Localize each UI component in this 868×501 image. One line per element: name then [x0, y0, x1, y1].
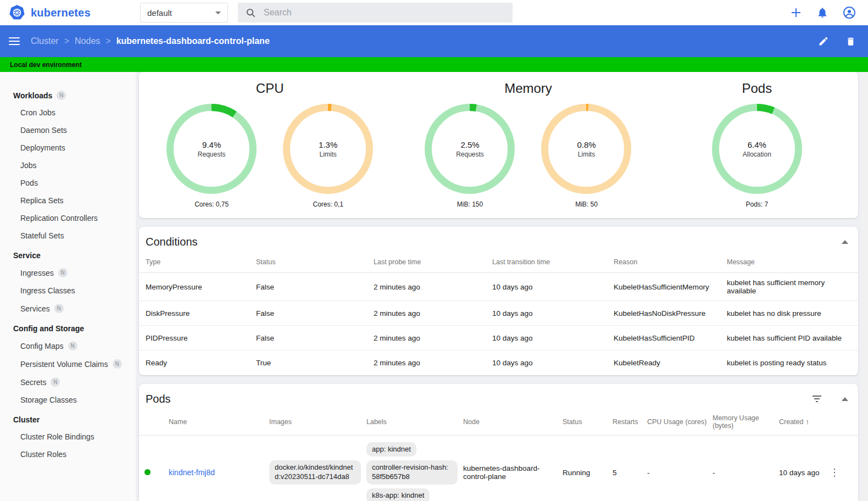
- pods-collapse-icon[interactable]: [842, 397, 848, 401]
- namespace-selector[interactable]: default: [140, 3, 228, 23]
- label-chip: controller-revision-hash: 58f5b657b8: [366, 460, 458, 485]
- sidebar-item-config-maps[interactable]: Config MapsN: [0, 337, 136, 355]
- breadcrumb-item[interactable]: Cluster: [31, 36, 59, 46]
- breadcrumb-item[interactable]: Nodes: [75, 36, 100, 46]
- more-options-icon[interactable]: ⋮: [830, 467, 839, 477]
- pods-column-header: Restarts: [613, 409, 647, 436]
- donut-chart: 0.8%Limits: [541, 104, 631, 194]
- donut-label: Limits: [578, 151, 595, 158]
- sidebar-item-label: Deployments: [20, 143, 65, 152]
- sidebar-item-label: Daemon Sets: [20, 126, 67, 135]
- label-chip: k8s-app: kindnet: [366, 488, 430, 501]
- sidebar-item-replica-sets[interactable]: Replica Sets: [0, 192, 136, 209]
- sidebar-item-label: Cluster Roles: [20, 450, 66, 459]
- sidebar-item-label: Cron Jobs: [20, 108, 55, 117]
- conditions-cell: 10 days ago: [492, 326, 614, 350]
- gauge-group-title: Memory: [504, 77, 552, 104]
- sidebar-item-cron-jobs[interactable]: Cron Jobs: [0, 104, 136, 121]
- gauge-row: 9.4%RequestsCores: 0,751.3%LimitsCores: …: [166, 104, 373, 208]
- sidebar-item-pods[interactable]: Pods: [0, 174, 136, 192]
- pod-node-cell: kubernetes-dashboard-control-plane: [463, 435, 563, 501]
- add-resource-button[interactable]: [790, 7, 802, 19]
- account-button[interactable]: [843, 6, 856, 19]
- edit-button[interactable]: [818, 36, 829, 47]
- pod-name-link[interactable]: kindnet-fmj8d: [169, 468, 215, 477]
- sidebar-item-services[interactable]: ServicesN: [0, 299, 136, 318]
- chevron-down-icon: [215, 12, 221, 14]
- brand-title: kubernetes: [31, 7, 91, 19]
- gauge-group-title: CPU: [256, 77, 284, 104]
- sidebar-item-cluster-role-bindings[interactable]: Cluster Role Bindings: [0, 428, 136, 446]
- donut-gauge-requests: 9.4%RequestsCores: 0,75: [166, 104, 257, 208]
- conditions-cell: 10 days ago: [492, 273, 614, 301]
- pods-title: Pods: [146, 393, 171, 405]
- pods-table: NameImagesLabelsNodeStatusRestartsCPU Us…: [139, 409, 858, 501]
- kubernetes-logo-icon: [9, 4, 25, 21]
- filter-button[interactable]: [812, 395, 822, 403]
- namespace-value: default: [147, 8, 172, 18]
- gauge-group-pods: Pods6.4%AllocationPods: 7: [658, 77, 856, 208]
- sidebar-section-label: Cluster: [13, 415, 40, 424]
- table-row: kindnet-fmj8ddocker.io/kindest/kindnetd:…: [139, 435, 858, 501]
- sidebar-item-stateful-sets[interactable]: Stateful Sets: [0, 227, 136, 244]
- conditions-cell: 10 days ago: [492, 301, 614, 326]
- sidebar-item-label: Services: [20, 304, 50, 313]
- sidebar-item-cluster-roles[interactable]: Cluster Roles: [0, 446, 136, 463]
- sidebar-section-header: Cluster: [0, 409, 136, 428]
- sort-ascending-icon: ↑: [805, 417, 809, 426]
- sidebar-item-secrets[interactable]: SecretsN: [0, 373, 136, 391]
- plus-icon: [790, 7, 802, 19]
- donut-center-text: 1.3%Limits: [283, 104, 373, 194]
- notifications-button[interactable]: [816, 7, 828, 19]
- sidebar-item-persistent-volume-claims[interactable]: Persistent Volume ClaimsN: [0, 355, 136, 373]
- sidebar-item-label: Stateful Sets: [20, 231, 64, 240]
- conditions-column-header: Type: [139, 252, 256, 273]
- vertical-scrollbar[interactable]: [861, 72, 868, 501]
- conditions-cell: MemoryPressure: [139, 273, 256, 301]
- pod-created-cell: 10 days ago: [779, 435, 830, 501]
- sidebar-item-label: Ingress Classes: [20, 286, 75, 295]
- sidebar-item-label: Config Maps: [20, 342, 64, 350]
- new-badge: N: [113, 359, 122, 369]
- conditions-cell: True: [256, 350, 374, 375]
- sidebar-item-storage-classes[interactable]: Storage Classes: [0, 391, 136, 409]
- sidebar-item-replication-controllers[interactable]: Replication Controllers: [0, 209, 136, 227]
- conditions-cell: 10 days ago: [492, 350, 614, 375]
- donut-gauge-allocation: 6.4%AllocationPods: 7: [712, 104, 802, 208]
- table-row: MemoryPressureFalse2 minutes ago10 days …: [139, 273, 858, 301]
- pod-status-text-cell: Running: [563, 435, 613, 501]
- sidebar-section-header: Config and Storage: [0, 318, 136, 337]
- conditions-cell: False: [256, 326, 374, 350]
- conditions-collapse-icon[interactable]: [842, 240, 848, 244]
- sidebar-item-label: Replica Sets: [20, 196, 64, 205]
- sidebar-item-jobs[interactable]: Jobs: [0, 157, 136, 174]
- donut-percent: 2.5%: [460, 140, 479, 149]
- sidebar-item-daemon-sets[interactable]: Daemon Sets: [0, 121, 136, 139]
- conditions-cell: kubelet is posting ready status: [727, 350, 858, 375]
- gauge-row: 2.5%RequestsMiB: 1500.8%LimitsMiB: 50: [425, 104, 631, 208]
- sidebar-item-ingresses[interactable]: IngressesN: [0, 264, 136, 282]
- sidebar-section-label: Config and Storage: [13, 324, 84, 333]
- pods-column-header: Status: [563, 409, 613, 436]
- donut-percent: 9.4%: [202, 140, 221, 149]
- sidebar-item-deployments[interactable]: Deployments: [0, 139, 136, 157]
- pods-column-header: Node: [463, 409, 563, 436]
- delete-button[interactable]: [845, 36, 856, 47]
- pods-column-header: Images: [269, 409, 366, 436]
- brand[interactable]: kubernetes: [0, 4, 136, 21]
- donut-gauge-requests: 2.5%RequestsMiB: 150: [425, 104, 515, 208]
- conditions-cell: DiskPressure: [139, 301, 256, 326]
- sidebar-item-label: Pods: [20, 179, 38, 187]
- image-chip: docker.io/kindest/kindnetd:v20230511-dc7…: [269, 460, 361, 485]
- conditions-cell: KubeletHasSufficientPID: [614, 326, 727, 350]
- search-input[interactable]: [264, 8, 505, 18]
- sidebar-item-ingress-classes[interactable]: Ingress Classes: [0, 282, 136, 299]
- pods-column-header[interactable]: Created↑: [779, 409, 830, 436]
- donut-gauge-limits: 1.3%LimitsCores: 0,1: [283, 104, 373, 208]
- menu-icon[interactable]: [9, 37, 20, 45]
- label-chip: app: kindnet: [366, 442, 416, 457]
- breadcrumb: Cluster>Nodes>kubernetes-dashboard-contr…: [31, 36, 270, 46]
- pods-column-header: Memory Usage (bytes): [713, 409, 779, 436]
- allocation-card: CPU9.4%RequestsCores: 0,751.3%LimitsCore…: [139, 72, 858, 218]
- trash-icon: [845, 36, 856, 47]
